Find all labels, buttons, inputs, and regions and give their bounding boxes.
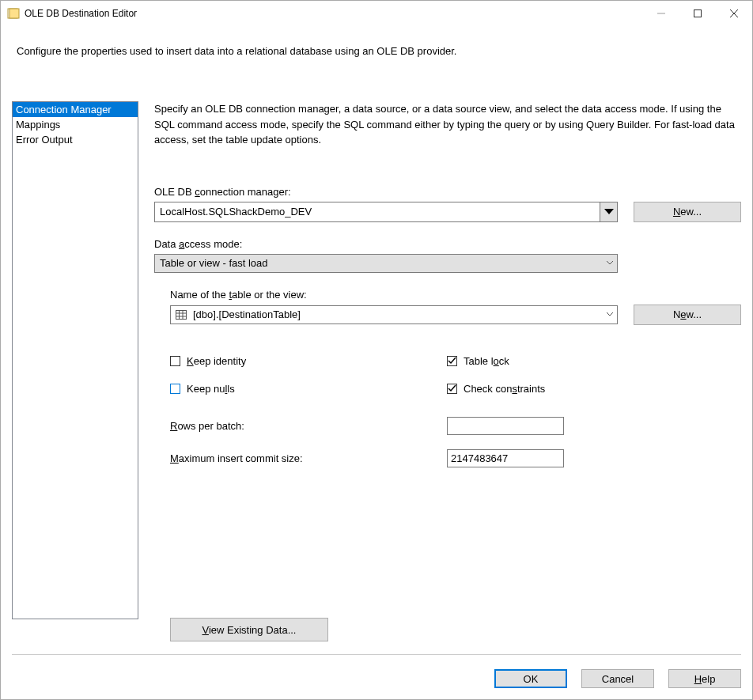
app-icon [7, 7, 20, 20]
svg-rect-7 [176, 310, 187, 319]
conn-mgr-label: OLE DB connection manager: [154, 186, 741, 198]
chevron-down-icon [603, 306, 617, 324]
keep-nulls-label: Keep nulls [187, 383, 235, 395]
ok-button[interactable]: OK [494, 669, 567, 688]
window-title: OLE DB Destination Editor [25, 8, 643, 19]
content-area: Configure the properties used to insert … [1, 26, 752, 699]
table-lock-label: Table lock [464, 355, 509, 367]
new-table-button[interactable]: New... [634, 305, 741, 325]
nav-item-connection-manager[interactable]: Connection Manager [13, 102, 138, 117]
max-commit-input[interactable] [447, 449, 564, 467]
keep-identity-checkbox[interactable] [170, 356, 180, 366]
chevron-down-icon [603, 255, 617, 272]
table-icon [176, 310, 187, 320]
keep-nulls-checkbox[interactable] [170, 384, 180, 394]
cancel-button[interactable]: Cancel [581, 669, 654, 688]
table-value: [dbo].[DestinationTable] [193, 308, 603, 320]
conn-mgr-value: LocalHost.SQLShackDemo_DEV [160, 206, 600, 218]
view-existing-data-button[interactable]: View Existing Data... [170, 618, 328, 641]
access-mode-label: Data access mode: [154, 238, 741, 250]
nav-list[interactable]: Connection Manager Mappings Error Output [12, 101, 138, 619]
table-combo[interactable]: [dbo].[DestinationTable] [170, 305, 618, 324]
max-commit-label: Maximum insert commit size: [170, 452, 447, 464]
table-lock-checkbox[interactable] [447, 356, 457, 366]
check-constraints-label: Check constraints [464, 383, 545, 395]
checkbox-group: Keep identity Keep nulls Table lock [170, 355, 741, 395]
rows-per-batch-input[interactable] [447, 417, 564, 435]
main-area: Connection Manager Mappings Error Output… [12, 101, 741, 641]
keep-identity-label: Keep identity [187, 355, 246, 367]
check-constraints-checkbox[interactable] [447, 384, 457, 394]
svg-rect-3 [694, 10, 702, 17]
titlebar: OLE DB Destination Editor [1, 1, 752, 26]
minimize-button[interactable] [643, 2, 679, 25]
rows-per-batch-label: Rows per batch: [170, 420, 447, 432]
help-button[interactable]: Help [668, 669, 741, 688]
table-label: Name of the table or the view: [170, 289, 741, 301]
dialog-footer: OK Cancel Help [12, 654, 741, 688]
svg-rect-1 [9, 9, 19, 18]
input-rows: Rows per batch: Maximum insert commit si… [170, 417, 741, 482]
dialog-window: OLE DB Destination Editor Configure the … [0, 0, 753, 700]
nav-item-mappings[interactable]: Mappings [13, 117, 138, 132]
conn-mgr-combo[interactable]: LocalHost.SQLShackDemo_DEV [154, 202, 618, 222]
maximize-button[interactable] [679, 2, 716, 25]
chevron-down-icon [600, 202, 617, 221]
close-button[interactable] [716, 2, 752, 25]
dialog-description: Configure the properties used to insert … [12, 26, 741, 73]
access-mode-value: Table or view - fast load [160, 257, 603, 269]
form-instructions: Specify an OLE DB connection manager, a … [154, 101, 741, 148]
form-area: Specify an OLE DB connection manager, a … [154, 101, 741, 641]
nav-item-error-output[interactable]: Error Output [13, 132, 138, 147]
access-mode-combo[interactable]: Table or view - fast load [154, 254, 618, 273]
new-connection-button[interactable]: New... [634, 202, 741, 222]
window-controls [643, 2, 752, 25]
svg-marker-6 [604, 209, 614, 214]
